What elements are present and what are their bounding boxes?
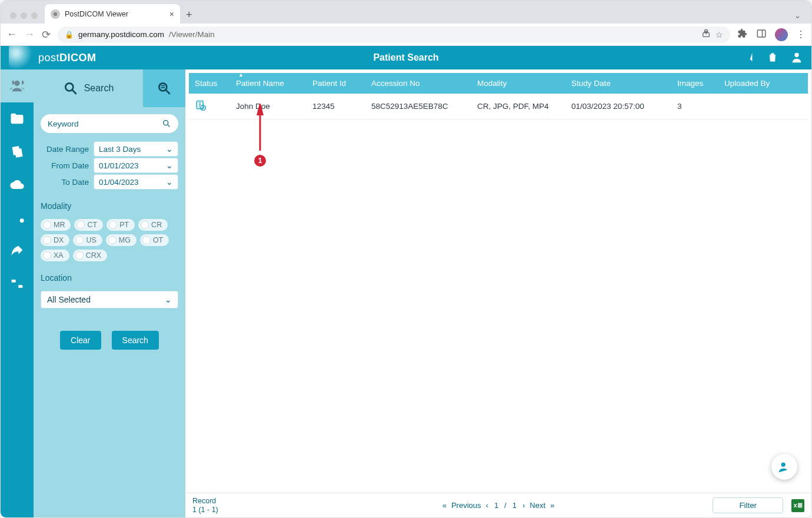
tab-title: PostDICOM Viewer — [65, 10, 128, 18]
modality-pill-xa[interactable]: XA — [41, 250, 69, 261]
date-range-select[interactable]: Last 3 Days ⌄ — [94, 141, 178, 157]
from-date-select[interactable]: 01/01/2023 ⌄ — [94, 158, 178, 173]
col-images[interactable]: Images — [671, 73, 718, 94]
nav-sync[interactable] — [1, 267, 34, 300]
filter-button[interactable]: Filter — [713, 497, 783, 513]
app-logo[interactable]: postDICOM — [9, 46, 96, 69]
svg-point-16 — [781, 463, 786, 467]
browser-tab[interactable]: PostDICOM Viewer × — [45, 4, 180, 24]
add-patient-fab[interactable] — [771, 454, 797, 480]
col-study-date[interactable]: Study Date — [565, 73, 671, 94]
user-icon[interactable] — [790, 51, 803, 65]
close-tab-icon[interactable]: × — [169, 9, 174, 19]
chevron-down-icon: ⌄ — [166, 144, 173, 154]
keyword-input[interactable] — [48, 119, 162, 128]
favicon-icon — [51, 9, 60, 19]
modality-pill-pt[interactable]: PT — [107, 219, 135, 231]
col-status[interactable]: Status — [189, 73, 230, 94]
chevron-down-icon: ⌄ — [166, 161, 173, 170]
modality-pill-dx[interactable]: DX — [41, 234, 69, 246]
col-accession[interactable]: Accession No — [365, 73, 471, 94]
app-header: postDICOM Patient Search — [1, 46, 811, 69]
search-panel: Search Date Range — [34, 69, 185, 517]
to-date-select[interactable]: 01/04/2023 ⌄ — [94, 174, 178, 190]
new-tab-button[interactable]: + — [180, 9, 198, 24]
nav-upload[interactable] — [1, 168, 34, 201]
back-button[interactable]: ← — [6, 28, 17, 41]
nav-cards[interactable] — [1, 135, 34, 168]
pager-current: 1 — [493, 501, 500, 510]
forward-button[interactable]: → — [24, 28, 35, 41]
record-range: 1 (1 - 1) — [192, 506, 218, 514]
from-date-label: From Date — [41, 161, 89, 170]
modality-pill-cr[interactable]: CR — [138, 219, 168, 231]
url-path: /Viewer/Main — [169, 30, 215, 39]
search-button[interactable]: Search — [112, 331, 159, 350]
svg-point-6 — [159, 83, 167, 91]
modality-pill-ct[interactable]: CT — [74, 219, 103, 231]
pager-next[interactable]: Next — [530, 501, 545, 510]
browser-toolbar: ← → ⟳ 🔒 germany.postdicom.com/Viewer/Mai… — [1, 24, 811, 46]
reload-button[interactable]: ⟳ — [42, 28, 51, 41]
to-date-label: To Date — [41, 178, 89, 187]
svg-rect-1 — [757, 30, 766, 37]
modality-pill-crx[interactable]: CRX — [73, 250, 107, 261]
results-table: Status Patient Name Patient Id Accession… — [189, 73, 808, 119]
pager-next-arrow[interactable]: › — [523, 501, 525, 510]
address-bar[interactable]: 🔒 germany.postdicom.com/Viewer/Main ☆ — [58, 26, 730, 43]
clear-button[interactable]: Clear — [60, 331, 101, 350]
modality-pill-mr[interactable]: MR — [41, 219, 71, 231]
nav-folders[interactable] — [1, 102, 34, 135]
kebab-menu-icon[interactable]: ⋮ — [796, 29, 806, 40]
nav-patients[interactable] — [1, 69, 34, 102]
col-uploaded-by[interactable]: Uploaded By — [718, 73, 808, 94]
pager: « Previous ‹ 1 / 1 › Next » — [442, 501, 555, 510]
svg-point-10 — [164, 121, 168, 125]
tabs-dropdown-icon[interactable]: ⌄ — [784, 11, 811, 24]
svg-line-7 — [166, 90, 170, 94]
cell-study-date: 01/03/2023 20:57:00 — [565, 94, 671, 119]
star-icon[interactable]: ☆ — [716, 30, 723, 39]
pager-prev-arrow[interactable]: ‹ — [486, 501, 488, 510]
col-patient-id[interactable]: Patient Id — [307, 73, 365, 94]
search-icon[interactable] — [162, 119, 171, 128]
modality-group: MR CT PT CR DX US MG OT XA CRX — [41, 219, 178, 261]
location-select[interactable]: All Selected ⌄ — [41, 291, 178, 308]
profile-avatar[interactable] — [775, 28, 788, 41]
study-ready-icon — [195, 99, 207, 111]
page-title: Patient Search — [373, 52, 438, 63]
trash-icon[interactable] — [767, 51, 778, 65]
cell-uploaded-by — [718, 94, 808, 119]
share-icon[interactable] — [701, 29, 711, 40]
col-modality[interactable]: Modality — [471, 73, 565, 94]
keyword-search[interactable] — [41, 114, 178, 133]
magnifier-icon — [63, 81, 78, 96]
cell-accession: 58C52913AE5EB78C — [365, 94, 471, 119]
cell-patient-id: 12345 — [307, 94, 365, 119]
pager-last[interactable]: » — [550, 501, 554, 510]
modality-pill-mg[interactable]: MG — [106, 234, 137, 246]
panel-tab-advanced[interactable] — [143, 69, 185, 107]
chevron-down-icon: ⌄ — [165, 295, 172, 304]
pager-prev[interactable]: Previous — [451, 501, 481, 510]
nav-list-search[interactable] — [1, 201, 34, 234]
nav-share[interactable] — [1, 234, 34, 267]
modality-pill-ot[interactable]: OT — [140, 234, 169, 246]
table-row[interactable]: John Doe 12345 58C52913AE5EB78C CR, JPG,… — [189, 94, 808, 119]
modality-pill-us[interactable]: US — [73, 234, 102, 246]
pager-total: 1 — [511, 501, 518, 510]
side-panel-icon[interactable] — [756, 28, 767, 41]
browser-tab-strip: PostDICOM Viewer × + ⌄ — [1, 1, 811, 24]
sort-icon[interactable] — [742, 51, 755, 65]
col-patient-name[interactable]: Patient Name — [230, 73, 307, 94]
svg-point-3 — [794, 52, 798, 57]
panel-tab-search[interactable]: Search — [34, 69, 143, 107]
panel-tab-label: Search — [84, 83, 114, 94]
extensions-icon[interactable] — [737, 28, 748, 41]
results-area: Status Patient Name Patient Id Accession… — [185, 69, 811, 517]
svg-line-5 — [72, 90, 76, 94]
record-label: Record — [192, 497, 218, 505]
pager-first[interactable]: « — [442, 501, 447, 510]
status-cell — [189, 94, 230, 119]
export-excel-icon[interactable]: x≣ — [791, 499, 804, 512]
